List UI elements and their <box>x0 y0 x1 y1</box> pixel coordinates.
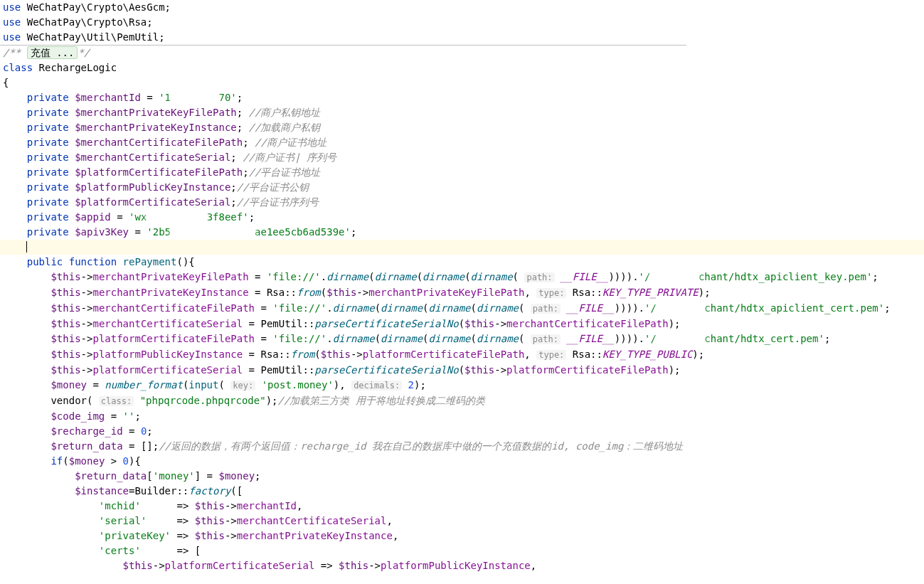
code-line: $instance=Builder::factory([ <box>0 484 924 499</box>
inlay-hint: path: <box>524 272 554 282</box>
code-line: $money = number_format(input( key: 'post… <box>0 378 924 393</box>
code-line: 'privateKey' => $this->merchantPrivateKe… <box>0 529 924 543</box>
code-tail[interactable]: public function rePayment(){ $this->merc… <box>0 255 924 573</box>
inlay-hint: decimals: <box>351 381 402 391</box>
code-line: { <box>0 75 686 90</box>
code-line: 'certs' => [ <box>0 543 924 558</box>
inlay-hint: type: <box>536 350 566 360</box>
code-line: $this->merchantPrivateKeyFilePath = 'fil… <box>0 270 924 285</box>
code-editor[interactable]: use WeChatPay\Crypto\AesGcm; use WeChatP… <box>0 0 686 240</box>
code-line: private $appid = 'wxa_________3f8eef'; <box>0 210 686 225</box>
code-line: private $merchantCertificateSerial; //商户… <box>0 150 686 165</box>
code-line: $this->merchantPrivateKeyInstance = Rsa:… <box>0 285 924 301</box>
text-cursor <box>26 241 27 253</box>
code-line: private $platformPublicKeyInstance;//平台证… <box>0 180 686 195</box>
code-line: $code_img = ''; <box>0 409 924 424</box>
inlay-hint: class: <box>99 396 134 406</box>
code-line: private $platformCertificateSerial;//平台证… <box>0 195 686 210</box>
code-line: $return_data = [];//返回的数据，有两个返回值：recharg… <box>0 439 924 454</box>
code-line: $this->platformPublicKeyInstance = Rsa::… <box>0 347 924 363</box>
inlay-hint: path: <box>531 334 561 344</box>
code-line: vendor( class: "phpqrcode.phpqrcode");//… <box>0 393 924 409</box>
code-line: 'serial' => $this->merchantCertificateSe… <box>0 514 924 529</box>
code-line: $recharge_id = 0; <box>0 424 924 439</box>
code-line: private $merchantId = '1________70'; <box>0 90 686 105</box>
code-line: use WeChatPay\Util\PemUtil; <box>0 30 686 45</box>
code-line: private $platformCertificateFilePath;//平… <box>0 165 686 180</box>
code-line: private $merchantCertificateFilePath; //… <box>0 135 686 150</box>
fold-marker[interactable]: 充值 ... <box>27 46 78 59</box>
code-line: $return_data['money'] = $money; <box>0 469 924 484</box>
code-line: $this->merchantCertificateFilePath = 'fi… <box>0 301 924 317</box>
code-line: $this->platformCertificateSerial => $thi… <box>0 558 924 573</box>
code-line: $this->merchantCertificateSerial = PemUt… <box>0 317 924 331</box>
code-line: 'mchid' => $this->merchantId, <box>0 499 924 514</box>
inlay-hint: key: <box>230 381 255 391</box>
code-line: $this->platformCertificateSerial = PemUt… <box>0 363 924 378</box>
code-line: class RechargeLogic <box>0 60 686 75</box>
code-line: $this->platformCertificateFilePath = 'fi… <box>0 331 924 347</box>
caret-line <box>0 240 924 255</box>
code-line: use WeChatPay\Crypto\Rsa; <box>0 15 686 30</box>
code-line: use WeChatPay\Crypto\AesGcm; <box>0 0 686 15</box>
code-line: if($money > 0){ <box>0 454 924 469</box>
code-line: /** 充值 ...*/ <box>0 45 686 60</box>
code-line: private $merchantPrivateKeyFilePath; //商… <box>0 105 686 120</box>
code-line: private $apiv3Key = '2b5______________ae… <box>0 225 686 240</box>
code-line: public function rePayment(){ <box>0 255 924 270</box>
inlay-hint: type: <box>536 288 566 298</box>
code-line: private $merchantPrivateKeyInstance; //加… <box>0 120 686 135</box>
inlay-hint: path: <box>531 304 561 314</box>
